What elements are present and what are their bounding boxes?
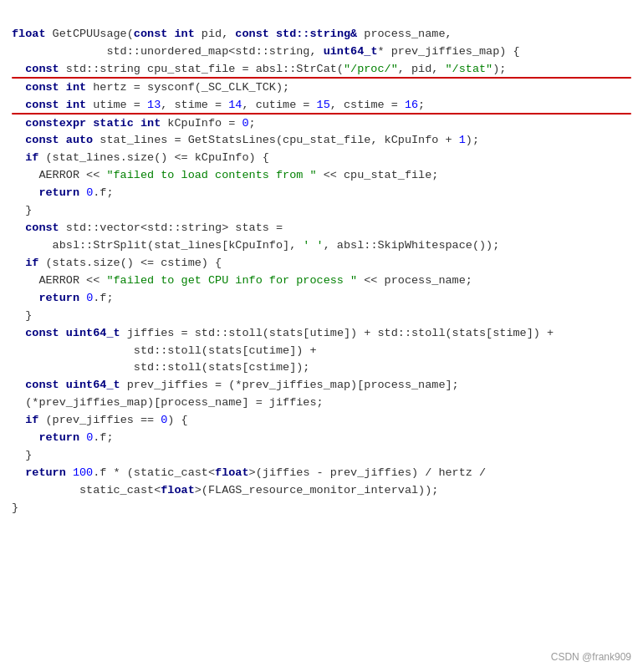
code-line: std::unordered_map<std::string, uint64_t… [12,43,631,61]
code-line: std::stoll(stats[cstime]); [12,359,631,377]
code-line: } [12,308,631,325]
code-line: AERROR << "failed to load contents from … [12,167,631,185]
code-line: constexpr static int kCpuInfo = 0; [12,115,631,133]
code-line: } [12,447,631,465]
code-line: const uint64_t jiffies = std::stoll(stat… [12,325,631,343]
code-line: if (stats.size() <= cstime) { [12,255,631,272]
code-line: } [12,500,631,517]
code-line: if (prev_jiffies == 0) { [12,412,631,430]
code-line: (*prev_jiffies_map)[process_name] = jiff… [12,395,631,412]
code-line: return 0.f; [12,430,631,447]
code-line: const int hertz = sysconf(_SC_CLK_TCK); [12,79,631,97]
code-line: const uint64_t prev_jiffies = (*prev_jif… [12,377,631,395]
code-line: const auto stat_lines = GetStatsLines(cp… [12,132,631,150]
code-line: return 0.f; [12,290,631,308]
code-line: const int utime = 13, stime = 14, cutime… [12,97,631,115]
code-line: } [12,202,631,220]
watermark-label: CSDN @frank909 [551,649,631,665]
code-line: float GetCPUUsage(const int pid, const s… [12,26,631,43]
code-container: float GetCPUUsage(const int pid, const s… [12,8,631,517]
code-line: if (stat_lines.size() <= kCpuInfo) { [12,150,631,167]
code-line: AERROR << "failed to get CPU info for pr… [12,272,631,290]
code-line: absl::StrSplit(stat_lines[kCpuInfo], ' '… [12,237,631,255]
code-line: return 100.f * (static_cast<float>(jiffi… [12,465,631,482]
code-line: std::stoll(stats[cutime]) + [12,343,631,360]
code-line: const std::vector<std::string> stats = [12,220,631,237]
code-line: return 0.f; [12,185,631,202]
code-line: const std::string cpu_stat_file = absl::… [12,61,631,79]
code-line: static_cast<float>(FLAGS_resource_monito… [12,482,631,500]
